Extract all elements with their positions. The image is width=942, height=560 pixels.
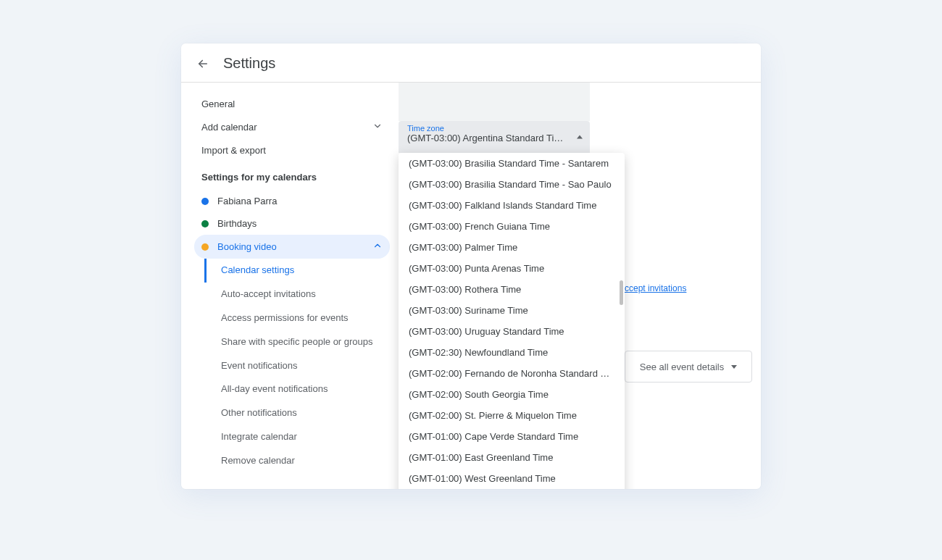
header: Settings bbox=[181, 43, 761, 83]
timezone-option[interactable]: (GMT-02:00) St. Pierre & Miquelon Time bbox=[399, 405, 625, 426]
sidebar-calendar-birthdays[interactable]: Birthdays bbox=[194, 212, 390, 235]
event-details-label: See all event details bbox=[640, 362, 724, 372]
timezone-option[interactable]: (GMT-03:00) Rothera Time bbox=[399, 279, 625, 300]
subitem-remove-calendar[interactable]: Remove calendar bbox=[204, 449, 390, 473]
timezone-option[interactable]: (GMT-03:00) Brasilia Standard Time - Sao… bbox=[399, 174, 625, 195]
caret-up-icon bbox=[577, 135, 583, 139]
calendar-color-dot bbox=[201, 243, 209, 251]
sidebar-label: Import & export bbox=[201, 145, 266, 156]
timezone-option[interactable]: (GMT-01:00) West Greenland Time bbox=[399, 468, 625, 489]
main-panel: Time zone (GMT-03:00) Argentina Standard… bbox=[399, 83, 761, 489]
timezone-option[interactable]: (GMT-02:30) Newfoundland Time bbox=[399, 342, 625, 363]
sidebar-item-general[interactable]: General bbox=[194, 93, 390, 115]
timezone-option[interactable]: (GMT-01:00) Cape Verde Standard Time bbox=[399, 426, 625, 447]
calendar-color-dot bbox=[201, 220, 209, 227]
scrollbar-thumb[interactable] bbox=[620, 280, 623, 305]
timezone-option[interactable]: (GMT-02:00) South Georgia Time bbox=[399, 384, 625, 405]
timezone-option[interactable]: (GMT-01:00) East Greenland Time bbox=[399, 447, 625, 468]
subitem-integrate-calendar[interactable]: Integrate calendar bbox=[204, 425, 390, 449]
calendar-label: Fabiana Parra bbox=[217, 196, 277, 206]
subitem-allday-notifications[interactable]: All-day event notifications bbox=[204, 377, 390, 401]
timezone-dropdown[interactable]: (GMT-03:00) Brasilia Standard Time - San… bbox=[399, 153, 625, 489]
subitem-other-notifications[interactable]: Other notifications bbox=[204, 401, 390, 425]
auto-accept-link[interactable]: ccept invitations bbox=[625, 283, 686, 293]
calendar-label: Booking video bbox=[217, 241, 277, 252]
back-arrow-icon[interactable] bbox=[196, 57, 210, 71]
timezone-field-label: Time zone bbox=[407, 124, 567, 133]
timezone-option[interactable]: (GMT-02:00) Fernando de Noronha Standard… bbox=[399, 363, 625, 384]
sidebar-label: General bbox=[201, 99, 235, 109]
timezone-option[interactable]: (GMT-03:00) Palmer Time bbox=[399, 237, 625, 258]
caret-down-icon bbox=[731, 365, 737, 369]
chevron-up-icon bbox=[372, 241, 383, 253]
event-details-select[interactable]: See all event details bbox=[625, 351, 752, 383]
sidebar-label: Add calendar bbox=[201, 122, 257, 133]
sidebar: General Add calendar Import & export Set… bbox=[181, 83, 399, 489]
subitem-auto-accept[interactable]: Auto-accept invitations bbox=[204, 283, 390, 306]
sidebar-item-import-export[interactable]: Import & export bbox=[194, 139, 390, 162]
subitem-event-notifications[interactable]: Event notifications bbox=[204, 354, 390, 378]
timezone-option[interactable]: (GMT-03:00) Brasilia Standard Time - San… bbox=[399, 153, 625, 174]
sidebar-section-title: Settings for my calendars bbox=[194, 162, 390, 190]
timezone-field-value: (GMT-03:00) Argentina Standard Time - Bu… bbox=[407, 133, 567, 143]
timezone-option[interactable]: (GMT-03:00) French Guiana Time bbox=[399, 216, 625, 237]
calendar-label: Birthdays bbox=[217, 218, 257, 229]
subitem-calendar-settings[interactable]: Calendar settings bbox=[204, 259, 390, 283]
calendar-color-dot bbox=[201, 198, 209, 205]
sidebar-sublist: Calendar settings Auto-accept invitation… bbox=[204, 259, 390, 473]
subitem-access-permissions[interactable]: Access permissions for events bbox=[204, 306, 390, 330]
panel-background bbox=[399, 83, 590, 121]
timezone-option[interactable]: (GMT-03:00) Suriname Time bbox=[399, 300, 625, 321]
page-title: Settings bbox=[223, 55, 275, 72]
subitem-share-people[interactable]: Share with specific people or groups bbox=[204, 330, 390, 354]
settings-window: Settings General Add calendar Import & e… bbox=[181, 43, 761, 489]
body: General Add calendar Import & export Set… bbox=[181, 83, 761, 489]
sidebar-item-add-calendar[interactable]: Add calendar bbox=[194, 115, 390, 139]
timezone-select[interactable]: Time zone (GMT-03:00) Argentina Standard… bbox=[399, 121, 590, 153]
sidebar-calendar-fabiana-parra[interactable]: Fabiana Parra bbox=[194, 190, 390, 212]
chevron-down-icon bbox=[372, 121, 383, 133]
timezone-option[interactable]: (GMT-03:00) Punta Arenas Time bbox=[399, 258, 625, 279]
sidebar-calendar-booking-video[interactable]: Booking video bbox=[194, 235, 390, 259]
timezone-option[interactable]: (GMT-03:00) Falkland Islands Standard Ti… bbox=[399, 195, 625, 216]
timezone-option[interactable]: (GMT-03:00) Uruguay Standard Time bbox=[399, 321, 625, 342]
